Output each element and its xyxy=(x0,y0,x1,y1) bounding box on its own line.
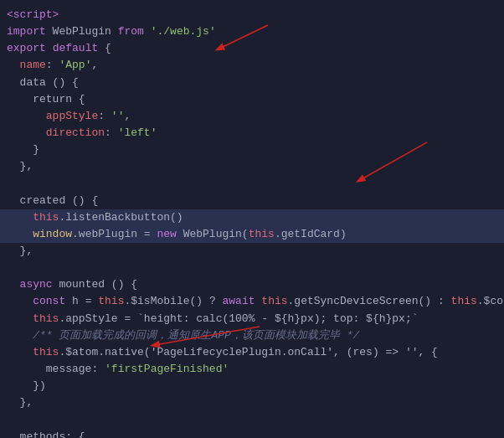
token-plain: { xyxy=(98,40,111,57)
token-plain xyxy=(7,226,33,243)
token-plain xyxy=(7,344,33,361)
code-line: <script> xyxy=(0,7,504,23)
token-plain: .listenBackbutton() xyxy=(59,209,183,226)
token-plain: created () { xyxy=(7,193,98,209)
code-line: /** 页面加载完成的回调，通知原生APP，该页面模块加载完毕 */ xyxy=(0,327,504,344)
code-line: name: 'App', xyxy=(0,57,504,74)
token-prop: name xyxy=(7,57,46,74)
token-kw: default xyxy=(53,40,99,57)
token-import-kw: import xyxy=(7,23,46,40)
code-line: this.$atom.native('PageLifecyclePlugin.o… xyxy=(0,344,504,361)
code-line: export default { xyxy=(0,40,504,57)
token-plain: .$atom.native('PageLifecyclePlugin.onCal… xyxy=(59,344,437,361)
token-str: 'firstPageFinished' xyxy=(105,361,229,378)
token-plain xyxy=(7,276,20,293)
token-plain: WebPlugin( xyxy=(177,226,249,243)
token-kw: <script> xyxy=(7,7,59,23)
code-line: direction: 'left' xyxy=(0,125,504,142)
token-plain: : xyxy=(98,108,111,125)
token-this-kw: this xyxy=(33,209,59,226)
token-this-kw: this xyxy=(33,344,59,361)
code-line xyxy=(0,260,504,276)
token-prop: appStyle xyxy=(7,108,98,125)
token-plain: }, xyxy=(7,243,33,260)
token-plain: .getIdCard) xyxy=(275,226,347,243)
code-line: return { xyxy=(0,91,504,108)
token-plain xyxy=(7,293,33,310)
token-str: 'left' xyxy=(118,125,157,142)
token-kw: async xyxy=(20,276,53,293)
token-str: '' xyxy=(111,108,125,125)
code-line: }, xyxy=(0,243,504,260)
token-kw: const xyxy=(33,293,65,310)
code-line: this.listenBackbutton() xyxy=(0,209,504,226)
code-line: }) xyxy=(0,378,504,394)
token-plain: } xyxy=(7,142,39,158)
token-plain: : xyxy=(105,125,118,142)
code-line: created () { xyxy=(0,193,504,209)
token-plain: return { xyxy=(7,91,85,108)
token-plain xyxy=(7,327,33,344)
token-this-kw: this xyxy=(249,226,275,243)
token-plain xyxy=(144,23,151,40)
token-plain xyxy=(46,40,53,57)
token-plain: WebPlugin xyxy=(46,23,118,40)
token-plain: : xyxy=(46,57,59,74)
token-from-kw: from xyxy=(118,23,144,40)
token-this-kw: this xyxy=(98,293,124,310)
token-var: window xyxy=(33,226,72,243)
token-plain: , xyxy=(91,57,98,74)
token-plain: .$isMobile() ? xyxy=(124,293,222,310)
token-plain: mounted () { xyxy=(53,276,137,293)
token-this-kw: this xyxy=(33,311,59,327)
token-this-kw: this xyxy=(451,293,477,310)
token-plain: , xyxy=(124,108,131,125)
code-line: } xyxy=(0,142,504,158)
code-line: message: 'firstPageFinished' xyxy=(0,361,504,378)
token-this-kw: this xyxy=(261,293,287,310)
code-line: }, xyxy=(0,394,504,411)
code-line: async mounted () { xyxy=(0,276,504,293)
token-plain: message: xyxy=(7,361,105,378)
token-kw: await xyxy=(223,293,255,310)
code-line: methods: { xyxy=(0,429,504,438)
token-plain: h = xyxy=(65,293,98,310)
code-block: <script>import WebPlugin from './web.js'… xyxy=(0,0,504,438)
code-line xyxy=(0,175,504,192)
token-plain: }, xyxy=(7,158,33,175)
token-plain: }) xyxy=(7,378,46,394)
token-plain: data () { xyxy=(7,75,79,91)
code-line: }, xyxy=(0,158,504,175)
token-plain xyxy=(7,311,33,327)
token-plain xyxy=(7,209,33,226)
code-line: import WebPlugin from './web.js' xyxy=(0,23,504,40)
token-str: 'App' xyxy=(59,57,91,74)
code-line: window.webPlugin = new WebPlugin(this.ge… xyxy=(0,226,504,243)
token-str: './web.js' xyxy=(151,23,216,40)
code-line: appStyle: '', xyxy=(0,108,504,125)
token-kw: export xyxy=(7,40,46,57)
code-line xyxy=(0,411,504,428)
code-line: data () { xyxy=(0,75,504,91)
token-prop: direction xyxy=(7,125,105,142)
token-plain: .getSyncDeviceScreen() : xyxy=(288,293,451,310)
token-comment: /** 页面加载完成的回调，通知原生APP，该页面模块加载完毕 */ xyxy=(33,327,359,344)
token-plain: }, xyxy=(7,394,33,411)
token-plain: methods: { xyxy=(7,429,85,438)
token-plain: .$con xyxy=(477,293,504,310)
token-plain: .webPlugin = xyxy=(72,226,157,243)
token-kw: new xyxy=(157,226,176,243)
token-plain: .appStyle = `height: calc(100% - ${h}px)… xyxy=(59,311,418,327)
code-line: const h = this.$isMobile() ? await this.… xyxy=(0,293,504,310)
code-line: this.appStyle = `height: calc(100% - ${h… xyxy=(0,311,504,327)
token-plain xyxy=(255,293,262,310)
